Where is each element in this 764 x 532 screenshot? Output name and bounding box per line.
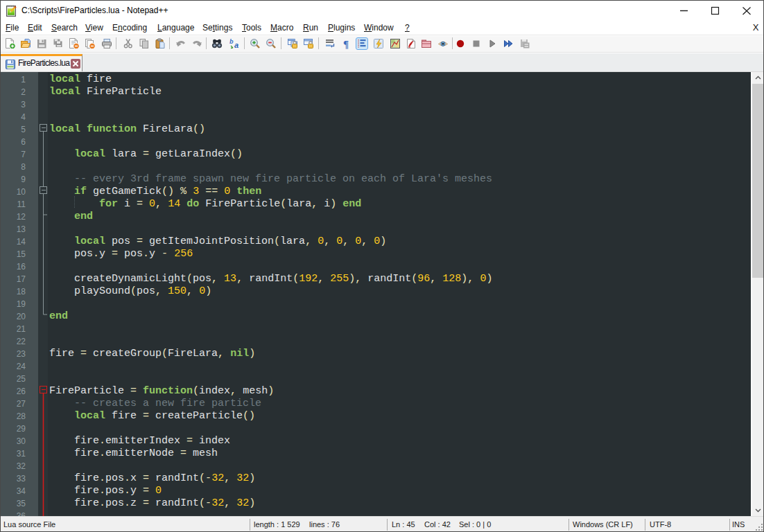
svg-text:¶: ¶: [343, 39, 349, 50]
svg-text:b: b: [229, 38, 234, 45]
svg-text:a: a: [234, 41, 238, 49]
